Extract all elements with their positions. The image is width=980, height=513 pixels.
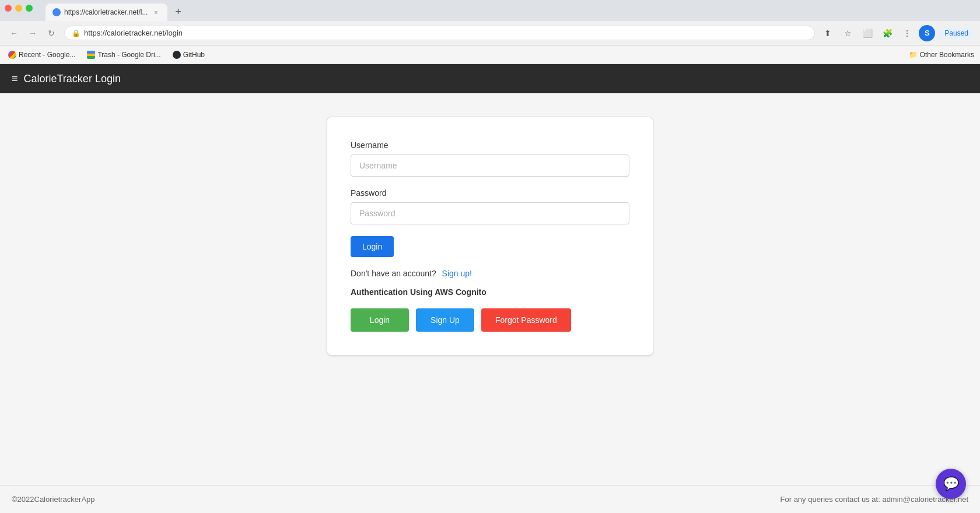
close-traffic-light[interactable] [5, 5, 12, 12]
back-button[interactable]: ← [6, 25, 22, 41]
browser-chrome: https://calorietracker.net/l... × + ← → … [0, 0, 980, 64]
tab-favicon [52, 8, 61, 16]
app-footer: ©2022CalorietrackerApp For any queries c… [0, 485, 980, 513]
login-button[interactable]: Login [351, 236, 394, 257]
profile-button[interactable]: S [919, 25, 935, 41]
address-bar[interactable]: 🔒 https://calorietracker.net/login [64, 26, 815, 40]
chat-button[interactable]: 💬 [936, 469, 966, 499]
tab-close-button[interactable]: × [151, 8, 160, 17]
cast-button[interactable]: ⬜ [859, 25, 876, 41]
paused-label: Paused [944, 29, 968, 37]
app-title: CalorieTracker Login [24, 73, 121, 85]
cognito-forgot-password-button[interactable]: Forgot Password [481, 308, 571, 332]
maximize-traffic-light[interactable] [26, 5, 33, 12]
chat-icon: 💬 [943, 476, 959, 491]
other-bookmarks-label: Other Bookmarks [920, 51, 974, 59]
nav-actions: ⬆ ☆ ⬜ 🧩 ⋮ S Paused [820, 25, 974, 41]
paused-button[interactable]: Paused [939, 27, 974, 39]
cognito-login-button[interactable]: Login [351, 308, 409, 332]
username-label: Username [351, 140, 629, 150]
signup-link[interactable]: Sign up! [442, 269, 472, 278]
bookmark-recent-label: Recent - Google... [19, 51, 75, 59]
minimize-traffic-light[interactable] [15, 5, 22, 12]
bookmarks-bar: Recent - Google... Trash - Google Dri...… [0, 45, 980, 64]
footer-contact: For any queries contact us at: admin@cal… [780, 495, 968, 504]
google-favicon [8, 51, 16, 59]
tab-title: https://calorietracker.net/l... [64, 8, 148, 16]
lock-icon: 🔒 [72, 29, 80, 37]
navigation-bar: ← → ↻ 🔒 https://calorietracker.net/login… [0, 21, 980, 45]
extensions-button[interactable]: 🧩 [879, 25, 895, 41]
new-tab-button[interactable]: + [170, 3, 186, 20]
bookmark-github[interactable]: GitHub [170, 50, 207, 60]
app-header: ≡ CalorieTracker Login [0, 64, 980, 93]
auth-buttons: Login Sign Up Forgot Password [351, 308, 629, 332]
reload-button[interactable]: ↻ [43, 25, 60, 41]
tab-bar: https://calorietracker.net/l... × + [0, 0, 980, 21]
menu-icon: ≡ [12, 73, 18, 85]
cognito-signup-button[interactable]: Sign Up [416, 308, 474, 332]
bookmark-recent-google[interactable]: Recent - Google... [6, 50, 78, 60]
login-card: Username Password Login Don't have an ac… [327, 117, 653, 356]
browser-menu[interactable]: ⋮ [899, 25, 915, 41]
github-favicon [173, 51, 181, 59]
username-group: Username [351, 140, 629, 177]
download-button[interactable]: ⬆ [820, 25, 836, 41]
nav-controls: ← → ↻ [6, 25, 60, 41]
password-group: Password [351, 188, 629, 224]
app-main: Username Password Login Don't have an ac… [0, 93, 980, 485]
bookmark-github-label: GitHub [183, 51, 205, 59]
auth-section-title: Authentication Using AWS Cognito [351, 287, 629, 297]
bookmark-google-drive[interactable]: Trash - Google Dri... [85, 50, 163, 60]
drive-favicon [87, 51, 95, 59]
folder-icon: 📁 [909, 51, 918, 59]
footer-copyright: ©2022CalorietrackerApp [12, 495, 95, 504]
forward-button[interactable]: → [24, 25, 41, 41]
signup-text: Don't have an account? Sign up! [351, 269, 629, 278]
signup-prompt: Don't have an account? [351, 269, 436, 278]
browser-tab[interactable]: https://calorietracker.net/l... × [46, 3, 167, 21]
other-bookmarks[interactable]: 📁 Other Bookmarks [909, 51, 974, 59]
bookmark-button[interactable]: ☆ [839, 25, 856, 41]
bookmark-drive-label: Trash - Google Dri... [97, 51, 160, 59]
address-text: https://calorietracker.net/login [84, 29, 807, 37]
password-label: Password [351, 188, 629, 198]
username-input[interactable] [351, 154, 629, 177]
password-input[interactable] [351, 202, 629, 224]
app-wrapper: ≡ CalorieTracker Login Username Password… [0, 64, 980, 513]
